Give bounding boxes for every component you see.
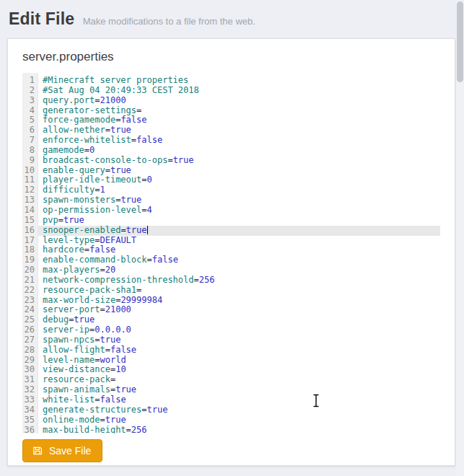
line-content: level-name=world (38, 356, 440, 366)
line-number: 29 (22, 356, 38, 366)
line-content: generate-structures=true (38, 405, 440, 415)
line-number: 5 (22, 115, 38, 125)
page-scrollbar[interactable] (456, 0, 464, 476)
text-caret (147, 226, 148, 234)
line-number: 22 (22, 286, 38, 296)
code-line[interactable]: 21network-compression-threshold=256 (22, 276, 440, 286)
line-number: 32 (22, 385, 38, 395)
line-number: 16 (22, 226, 38, 236)
code-line[interactable]: 36max-build-height=256 (22, 426, 440, 433)
code-line[interactable]: 11player-idle-timeout=0 (22, 175, 440, 185)
code-line[interactable]: 24server-port=21000 (22, 305, 440, 315)
line-number: 14 (22, 206, 38, 216)
code-line[interactable]: 28allow-flight=false (22, 345, 440, 356)
line-number: 18 (22, 245, 38, 255)
line-content: #Sat Aug 04 20:49:33 CEST 2018 (38, 86, 440, 96)
code-line[interactable]: 12difficulty=1 (22, 185, 440, 195)
save-button-label: Save File (49, 445, 91, 457)
line-number: 10 (22, 166, 38, 176)
code-line[interactable]: 8gamemode=0 (22, 146, 440, 156)
line-content: server-port=21000 (38, 305, 440, 315)
line-number: 13 (22, 195, 38, 206)
line-content: max-players=20 (38, 265, 440, 276)
line-content: network-compression-threshold=256 (38, 276, 440, 286)
code-line[interactable]: 22resource-pack-sha1= (22, 286, 440, 296)
line-content: gamemode=0 (38, 146, 440, 156)
code-line[interactable]: 27spawn-npcs=true (22, 335, 440, 345)
code-line[interactable]: 4generator-settings= (22, 106, 440, 116)
code-line[interactable]: 3query.port=21000 (22, 96, 440, 106)
code-line[interactable]: 23max-world-size=29999984 (22, 296, 440, 306)
code-line[interactable]: 35online-mode=true (22, 415, 440, 426)
line-number: 3 (22, 96, 38, 106)
line-content: server-ip=0.0.0.0 (38, 325, 440, 335)
line-content: view-distance=10 (38, 365, 440, 375)
page-title: Edit File (9, 9, 74, 28)
line-number: 19 (22, 255, 38, 265)
line-number: 23 (22, 296, 38, 306)
line-number: 9 (22, 156, 38, 166)
code-line[interactable]: 34generate-structures=true (22, 405, 440, 415)
code-line[interactable]: 1#Minecraft server properties (22, 76, 440, 86)
line-number: 12 (22, 185, 38, 195)
line-content: spawn-animals=true (38, 385, 440, 395)
code-editor[interactable]: 1#Minecraft server properties2#Sat Aug 0… (22, 73, 440, 433)
line-number: 36 (22, 426, 38, 433)
line-content: max-build-height=256 (38, 426, 440, 433)
code-line[interactable]: 29level-name=world (22, 356, 440, 366)
code-line[interactable]: 13spawn-monsters=true (22, 195, 440, 206)
code-line[interactable]: 31resource-pack= (22, 375, 440, 385)
line-content: online-mode=true (38, 415, 440, 426)
line-number: 17 (22, 236, 38, 246)
code-line[interactable]: 14op-permission-level=4 (22, 206, 440, 216)
line-content: enable-command-block=false (38, 255, 440, 265)
code-line[interactable]: 5force-gamemode=false (22, 115, 440, 125)
code-line[interactable]: 30view-distance=10 (22, 365, 440, 375)
code-line[interactable]: 20max-players=20 (22, 265, 440, 276)
line-content: allow-nether=true (38, 125, 440, 136)
scrollbar-thumb[interactable] (457, 1, 463, 82)
line-number: 6 (22, 125, 38, 136)
save-button[interactable]: Save File (22, 439, 102, 462)
line-number: 34 (22, 405, 38, 415)
page-header: Edit File Make modifications to a file f… (0, 0, 464, 29)
code-line[interactable]: 10enable-query=true (22, 166, 440, 176)
line-content: spawn-npcs=true (38, 335, 440, 345)
line-number: 35 (22, 415, 38, 426)
line-content: enforce-whitelist=false (38, 136, 440, 146)
line-number: 7 (22, 136, 38, 146)
code-line[interactable]: 2#Sat Aug 04 20:49:33 CEST 2018 (22, 86, 440, 96)
line-number: 24 (22, 305, 38, 315)
code-line[interactable]: 6allow-nether=true (22, 125, 440, 136)
line-content: white-list=false (38, 395, 440, 405)
code-line[interactable]: 33white-list=false (22, 395, 440, 405)
edit-file-panel: server.properties 1#Minecraft server pro… (7, 38, 455, 466)
line-content: op-permission-level=4 (38, 206, 440, 216)
code-line[interactable]: 7enforce-whitelist=false (22, 136, 440, 146)
line-number: 4 (22, 106, 38, 116)
line-content: hardcore=false (38, 245, 440, 255)
line-number: 8 (22, 146, 38, 156)
panel-header: server.properties (8, 39, 455, 69)
line-content: level-type=DEFAULT (38, 236, 440, 246)
line-number: 25 (22, 315, 38, 325)
line-number: 21 (22, 276, 38, 286)
line-content: pvp=true (38, 216, 440, 226)
code-line[interactable]: 9broadcast-console-to-ops=true (22, 156, 440, 166)
line-content: force-gamemode=false (38, 115, 440, 125)
code-line[interactable]: 25debug=true (22, 315, 440, 325)
code-line[interactable]: 16snooper-enabled=true (22, 226, 440, 236)
line-content: generator-settings= (38, 106, 440, 116)
line-number: 31 (22, 375, 38, 385)
code-line[interactable]: 18hardcore=false (22, 245, 440, 255)
code-line[interactable]: 26server-ip=0.0.0.0 (22, 325, 440, 335)
line-content: spawn-monsters=true (38, 195, 440, 206)
line-content: player-idle-timeout=0 (38, 175, 440, 185)
code-lines: 1#Minecraft server properties2#Sat Aug 0… (22, 76, 440, 433)
line-number: 1 (22, 76, 38, 86)
code-line[interactable]: 15pvp=true (22, 216, 440, 226)
code-line[interactable]: 19enable-command-block=false (22, 255, 440, 265)
line-number: 30 (22, 365, 38, 375)
code-line[interactable]: 17level-type=DEFAULT (22, 236, 440, 246)
code-line[interactable]: 32spawn-animals=true (22, 385, 440, 395)
